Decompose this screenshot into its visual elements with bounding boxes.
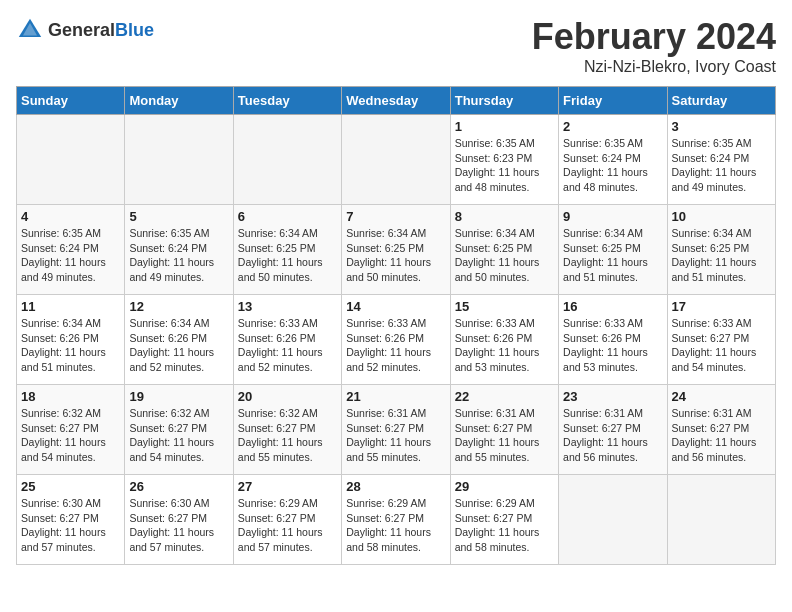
calendar-cell: 26Sunrise: 6:30 AM Sunset: 6:27 PM Dayli… [125,475,233,565]
day-number: 13 [238,299,337,314]
day-number: 4 [21,209,120,224]
calendar-cell: 19Sunrise: 6:32 AM Sunset: 6:27 PM Dayli… [125,385,233,475]
logo: GeneralBlue [16,16,154,44]
month-title: February 2024 [532,16,776,58]
calendar-week-row: 4Sunrise: 6:35 AM Sunset: 6:24 PM Daylig… [17,205,776,295]
calendar-cell: 22Sunrise: 6:31 AM Sunset: 6:27 PM Dayli… [450,385,558,475]
day-detail: Sunrise: 6:34 AM Sunset: 6:25 PM Dayligh… [238,226,337,285]
calendar-cell: 16Sunrise: 6:33 AM Sunset: 6:26 PM Dayli… [559,295,667,385]
calendar-cell: 6Sunrise: 6:34 AM Sunset: 6:25 PM Daylig… [233,205,341,295]
logo-blue: Blue [115,20,154,40]
day-detail: Sunrise: 6:31 AM Sunset: 6:27 PM Dayligh… [346,406,445,465]
calendar-cell: 15Sunrise: 6:33 AM Sunset: 6:26 PM Dayli… [450,295,558,385]
day-header-monday: Monday [125,87,233,115]
calendar-cell: 2Sunrise: 6:35 AM Sunset: 6:24 PM Daylig… [559,115,667,205]
day-number: 3 [672,119,771,134]
location-subtitle: Nzi-Nzi-Blekro, Ivory Coast [532,58,776,76]
day-detail: Sunrise: 6:29 AM Sunset: 6:27 PM Dayligh… [455,496,554,555]
calendar-table: SundayMondayTuesdayWednesdayThursdayFrid… [16,86,776,565]
day-detail: Sunrise: 6:33 AM Sunset: 6:26 PM Dayligh… [238,316,337,375]
title-area: February 2024 Nzi-Nzi-Blekro, Ivory Coas… [532,16,776,76]
calendar-cell [17,115,125,205]
day-number: 6 [238,209,337,224]
calendar-week-row: 25Sunrise: 6:30 AM Sunset: 6:27 PM Dayli… [17,475,776,565]
calendar-cell [342,115,450,205]
day-number: 27 [238,479,337,494]
day-number: 16 [563,299,662,314]
day-number: 29 [455,479,554,494]
day-detail: Sunrise: 6:31 AM Sunset: 6:27 PM Dayligh… [455,406,554,465]
day-detail: Sunrise: 6:32 AM Sunset: 6:27 PM Dayligh… [129,406,228,465]
calendar-week-row: 18Sunrise: 6:32 AM Sunset: 6:27 PM Dayli… [17,385,776,475]
calendar-cell: 21Sunrise: 6:31 AM Sunset: 6:27 PM Dayli… [342,385,450,475]
calendar-cell: 24Sunrise: 6:31 AM Sunset: 6:27 PM Dayli… [667,385,775,475]
day-detail: Sunrise: 6:33 AM Sunset: 6:26 PM Dayligh… [455,316,554,375]
day-number: 7 [346,209,445,224]
calendar-cell: 20Sunrise: 6:32 AM Sunset: 6:27 PM Dayli… [233,385,341,475]
day-number: 5 [129,209,228,224]
calendar-cell: 8Sunrise: 6:34 AM Sunset: 6:25 PM Daylig… [450,205,558,295]
day-header-wednesday: Wednesday [342,87,450,115]
page-header: GeneralBlue February 2024 Nzi-Nzi-Blekro… [16,16,776,76]
day-number: 11 [21,299,120,314]
day-number: 1 [455,119,554,134]
calendar-cell [233,115,341,205]
day-detail: Sunrise: 6:34 AM Sunset: 6:26 PM Dayligh… [129,316,228,375]
calendar-cell: 1Sunrise: 6:35 AM Sunset: 6:23 PM Daylig… [450,115,558,205]
day-number: 8 [455,209,554,224]
calendar-header-row: SundayMondayTuesdayWednesdayThursdayFrid… [17,87,776,115]
calendar-cell: 25Sunrise: 6:30 AM Sunset: 6:27 PM Dayli… [17,475,125,565]
logo-icon [16,16,44,44]
calendar-cell [125,115,233,205]
calendar-cell: 5Sunrise: 6:35 AM Sunset: 6:24 PM Daylig… [125,205,233,295]
calendar-cell: 7Sunrise: 6:34 AM Sunset: 6:25 PM Daylig… [342,205,450,295]
day-number: 20 [238,389,337,404]
calendar-cell: 13Sunrise: 6:33 AM Sunset: 6:26 PM Dayli… [233,295,341,385]
day-number: 28 [346,479,445,494]
calendar-cell: 27Sunrise: 6:29 AM Sunset: 6:27 PM Dayli… [233,475,341,565]
day-number: 9 [563,209,662,224]
day-detail: Sunrise: 6:34 AM Sunset: 6:25 PM Dayligh… [563,226,662,285]
day-header-saturday: Saturday [667,87,775,115]
day-header-thursday: Thursday [450,87,558,115]
calendar-cell: 11Sunrise: 6:34 AM Sunset: 6:26 PM Dayli… [17,295,125,385]
day-header-friday: Friday [559,87,667,115]
day-detail: Sunrise: 6:34 AM Sunset: 6:25 PM Dayligh… [455,226,554,285]
day-number: 26 [129,479,228,494]
day-number: 14 [346,299,445,314]
day-header-sunday: Sunday [17,87,125,115]
day-detail: Sunrise: 6:34 AM Sunset: 6:26 PM Dayligh… [21,316,120,375]
calendar-cell: 14Sunrise: 6:33 AM Sunset: 6:26 PM Dayli… [342,295,450,385]
day-detail: Sunrise: 6:29 AM Sunset: 6:27 PM Dayligh… [346,496,445,555]
day-detail: Sunrise: 6:30 AM Sunset: 6:27 PM Dayligh… [21,496,120,555]
day-number: 24 [672,389,771,404]
day-number: 18 [21,389,120,404]
day-detail: Sunrise: 6:35 AM Sunset: 6:24 PM Dayligh… [129,226,228,285]
calendar-cell: 18Sunrise: 6:32 AM Sunset: 6:27 PM Dayli… [17,385,125,475]
calendar-cell [559,475,667,565]
day-detail: Sunrise: 6:31 AM Sunset: 6:27 PM Dayligh… [563,406,662,465]
day-detail: Sunrise: 6:34 AM Sunset: 6:25 PM Dayligh… [672,226,771,285]
day-detail: Sunrise: 6:35 AM Sunset: 6:23 PM Dayligh… [455,136,554,195]
day-number: 25 [21,479,120,494]
day-detail: Sunrise: 6:32 AM Sunset: 6:27 PM Dayligh… [21,406,120,465]
calendar-cell: 3Sunrise: 6:35 AM Sunset: 6:24 PM Daylig… [667,115,775,205]
calendar-cell: 17Sunrise: 6:33 AM Sunset: 6:27 PM Dayli… [667,295,775,385]
day-number: 22 [455,389,554,404]
day-detail: Sunrise: 6:35 AM Sunset: 6:24 PM Dayligh… [672,136,771,195]
day-detail: Sunrise: 6:31 AM Sunset: 6:27 PM Dayligh… [672,406,771,465]
calendar-cell: 12Sunrise: 6:34 AM Sunset: 6:26 PM Dayli… [125,295,233,385]
calendar-cell [667,475,775,565]
calendar-cell: 9Sunrise: 6:34 AM Sunset: 6:25 PM Daylig… [559,205,667,295]
day-number: 2 [563,119,662,134]
day-detail: Sunrise: 6:33 AM Sunset: 6:27 PM Dayligh… [672,316,771,375]
day-number: 21 [346,389,445,404]
day-header-tuesday: Tuesday [233,87,341,115]
calendar-cell: 28Sunrise: 6:29 AM Sunset: 6:27 PM Dayli… [342,475,450,565]
day-number: 19 [129,389,228,404]
day-detail: Sunrise: 6:32 AM Sunset: 6:27 PM Dayligh… [238,406,337,465]
calendar-cell: 23Sunrise: 6:31 AM Sunset: 6:27 PM Dayli… [559,385,667,475]
day-detail: Sunrise: 6:34 AM Sunset: 6:25 PM Dayligh… [346,226,445,285]
calendar-week-row: 11Sunrise: 6:34 AM Sunset: 6:26 PM Dayli… [17,295,776,385]
calendar-week-row: 1Sunrise: 6:35 AM Sunset: 6:23 PM Daylig… [17,115,776,205]
